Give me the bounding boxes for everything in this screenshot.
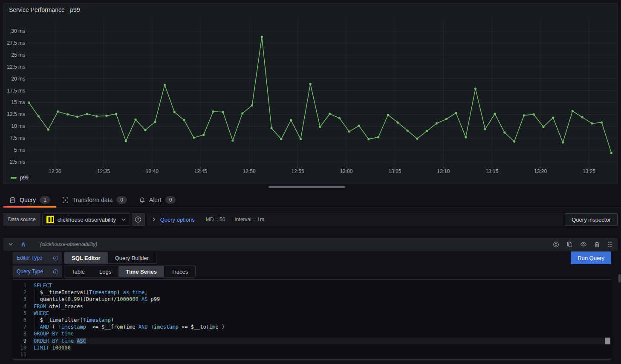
query-type-option-time-series[interactable]: Time Series (118, 266, 164, 277)
svg-text:12.5 ms: 12.5 ms (7, 111, 25, 117)
page-scrollbar-thumb[interactable] (618, 274, 621, 283)
datasource-bar: Data source clickhouse-observability ? (3, 213, 618, 226)
tab-alert-count-badge: 0 (165, 196, 176, 204)
svg-text:25 ms: 25 ms (11, 52, 25, 58)
code-line[interactable]: 3 quantile(0.99)(Duration)/1000000 AS p9… (13, 296, 611, 303)
info-circle-icon[interactable]: i (53, 269, 58, 274)
tab-transform-data[interactable]: Transform data 0 (56, 193, 133, 207)
delete-query-trash-icon[interactable] (594, 241, 600, 248)
query-options-link[interactable]: Query options (160, 217, 195, 223)
query-type-option-table[interactable]: Table (64, 266, 92, 277)
query-inspector-button[interactable]: Query inspector (565, 213, 618, 226)
query-row-header[interactable]: A (clickhouse-observability) (3, 238, 618, 251)
editor-type-label-text: Editor Type (17, 255, 42, 261)
panel-title[interactable]: Service Performance - p99 (9, 6, 80, 13)
tab-query-label: Query (20, 196, 36, 203)
code-line[interactable]: 2 $__timeInterval(Timestamp) as time, (13, 289, 611, 296)
code-line[interactable]: 6 $__timeFilter(Timestamp) (13, 317, 611, 324)
svg-text:7.5 ms: 7.5 ms (10, 135, 25, 141)
query-type-label: Query Type i (13, 266, 62, 277)
query-type-label-text: Query Type (17, 269, 43, 274)
svg-text:13:10: 13:10 (437, 168, 450, 174)
svg-text:i: i (55, 256, 56, 260)
datasource-help-button[interactable]: ? (132, 213, 145, 226)
svg-text:13:15: 13:15 (485, 168, 498, 174)
svg-text:10 ms: 10 ms (11, 123, 25, 129)
chevron-down-icon (121, 218, 126, 221)
query-datasource-hint: (clickhouse-observability) (40, 241, 97, 247)
query-type-option-traces[interactable]: Traces (164, 266, 195, 277)
svg-text:12:55: 12:55 (292, 168, 304, 174)
svg-text:12:45: 12:45 (194, 168, 207, 174)
code-line[interactable]: 9ORDER BY time ASC (13, 338, 611, 344)
editor-type-option-query-builder[interactable]: Query Builder (108, 252, 156, 263)
svg-text:5 ms: 5 ms (14, 147, 25, 153)
editor-type-option-sql-editor[interactable]: SQL Editor (64, 252, 108, 263)
run-query-button[interactable]: Run Query (571, 251, 611, 264)
cursor-position-marker (605, 338, 610, 344)
chevron-right-icon[interactable] (153, 217, 155, 222)
process-icon (62, 197, 69, 203)
legend-series-label[interactable]: p99 (20, 175, 29, 181)
tab-transform-count-badge: 0 (116, 196, 127, 204)
legend-series-swatch (11, 177, 17, 179)
code-line[interactable]: 7 AND ( Timestamp >= $__fromTime AND Tim… (13, 324, 611, 330)
timeseries-chart: 30 ms27.5 ms25 ms22.5 ms20 ms17.5 ms15 m… (4, 4, 617, 184)
code-line[interactable]: 4FROM otel_traces (13, 303, 611, 310)
svg-text:13:25: 13:25 (583, 168, 595, 174)
editor-tabs: Query 1 Transform data 0 Alert 0 (0, 193, 621, 208)
code-line[interactable]: 11 (13, 351, 611, 358)
query-options-strip[interactable]: Query options MD = 50 Interval = 1m (147, 213, 563, 226)
tab-query-count-badge: 1 (40, 196, 50, 204)
code-line[interactable]: 8GROUP BY time (13, 330, 611, 337)
svg-text:i: i (55, 270, 56, 274)
svg-text:27.5 ms: 27.5 ms (7, 40, 25, 46)
svg-text:20 ms: 20 ms (11, 76, 25, 82)
svg-text:30 ms: 30 ms (11, 28, 25, 34)
collapse-chevron-icon[interactable] (9, 243, 13, 246)
svg-text:2.5 ms: 2.5 ms (10, 159, 25, 165)
svg-text:12:35: 12:35 (97, 168, 110, 174)
datasource-value: clickhouse-observability (58, 217, 116, 223)
editor-type-group: SQL Editor Query Builder (64, 252, 156, 264)
code-lines[interactable]: 1SELECT2 $__timeInterval(Timestamp) as t… (13, 280, 611, 358)
svg-text:?: ? (137, 217, 139, 222)
code-line[interactable]: 5WHERE (13, 310, 611, 317)
series-line (29, 37, 612, 153)
interval-value: Interval = 1m (234, 217, 264, 222)
legend[interactable]: p99 (11, 175, 29, 181)
drag-handle-icon[interactable] (607, 241, 612, 248)
code-line[interactable]: 10LIMIT 100000 (13, 344, 611, 351)
editor-type-label: Editor Type i (13, 252, 62, 264)
database-icon (9, 197, 16, 203)
svg-text:17.5 ms: 17.5 ms (7, 88, 25, 94)
tab-alert-label: Alert (149, 196, 162, 203)
tab-alert[interactable]: Alert 0 (133, 193, 182, 207)
query-type-option-logs[interactable]: Logs (92, 266, 118, 277)
tab-query[interactable]: Query 1 (3, 193, 56, 207)
svg-text:12:30: 12:30 (49, 168, 61, 174)
tab-transform-label: Transform data (72, 196, 113, 203)
svg-text:15 ms: 15 ms (11, 99, 25, 105)
datasource-label: Data source (3, 213, 40, 226)
svg-text:13:00: 13:00 (340, 168, 352, 174)
clickhouse-logo-icon (46, 216, 54, 223)
duplicate-query-icon[interactable] (566, 241, 573, 248)
svg-text:13:20: 13:20 (534, 168, 547, 174)
query-row-actions (553, 241, 612, 248)
max-data-points-value: MD = 50 (206, 217, 225, 222)
timeseries-panel: Service Performance - p99 30 ms27.5 ms25… (3, 3, 618, 184)
info-circle-icon[interactable]: i (53, 255, 58, 261)
sql-code-editor[interactable]: 1SELECT2 $__timeInterval(Timestamp) as t… (13, 279, 611, 360)
query-type-group: Table Logs Time Series Traces (64, 266, 196, 277)
datasource-picker[interactable]: clickhouse-observability (42, 213, 130, 226)
bell-icon (139, 197, 145, 203)
svg-text:12:50: 12:50 (243, 168, 256, 174)
svg-text:22.5 ms: 22.5 ms (7, 64, 25, 70)
panel-resize-handle[interactable] (269, 186, 345, 188)
hide-query-eye-icon[interactable] (580, 241, 587, 248)
svg-text:12:40: 12:40 (146, 168, 159, 174)
record-circle-icon[interactable] (553, 241, 559, 248)
code-line[interactable]: 1SELECT (13, 282, 611, 289)
query-ref-id[interactable]: A (21, 241, 25, 248)
